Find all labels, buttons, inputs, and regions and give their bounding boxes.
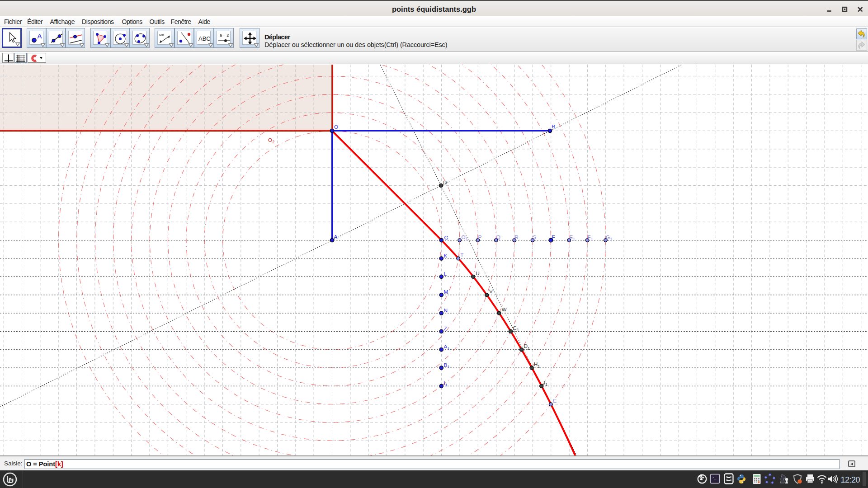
- svg-text:cm: cm: [159, 33, 164, 37]
- svg-text:a = 2: a = 2: [220, 33, 229, 38]
- svg-text:T: T: [460, 252, 463, 258]
- svg-text:ABC: ABC: [198, 35, 211, 42]
- svg-text:O2: O2: [268, 137, 274, 145]
- svg-text:E: E: [553, 398, 557, 404]
- svg-text:O: O: [334, 124, 338, 130]
- svg-text:G: G: [444, 235, 448, 241]
- svg-text:D: D: [443, 179, 447, 186]
- svg-text:Z: Z: [444, 325, 447, 332]
- svg-text:K: K: [444, 253, 448, 259]
- svg-text:H1: H1: [534, 361, 540, 369]
- svg-text:A1: A1: [444, 343, 450, 351]
- svg-text:L: L: [444, 271, 447, 277]
- svg-text:Q: Q: [496, 234, 500, 240]
- svg-text:M: M: [444, 289, 448, 295]
- svg-text:B: B: [552, 123, 556, 130]
- svg-text:I1: I1: [444, 380, 448, 388]
- svg-text:>_: >_: [712, 475, 717, 479]
- svg-text:A: A: [334, 234, 338, 240]
- svg-text:F: F: [552, 234, 555, 240]
- svg-text:S: S: [533, 234, 537, 240]
- svg-text:R: R: [514, 234, 519, 240]
- svg-text:A: A: [38, 32, 42, 40]
- svg-text:V: V: [489, 288, 493, 295]
- svg-text:U: U: [476, 270, 480, 277]
- svg-text:B1: B1: [444, 362, 450, 370]
- svg-text:N: N: [444, 307, 448, 314]
- svg-text:P: P: [478, 234, 482, 240]
- svg-text:W: W: [502, 306, 507, 313]
